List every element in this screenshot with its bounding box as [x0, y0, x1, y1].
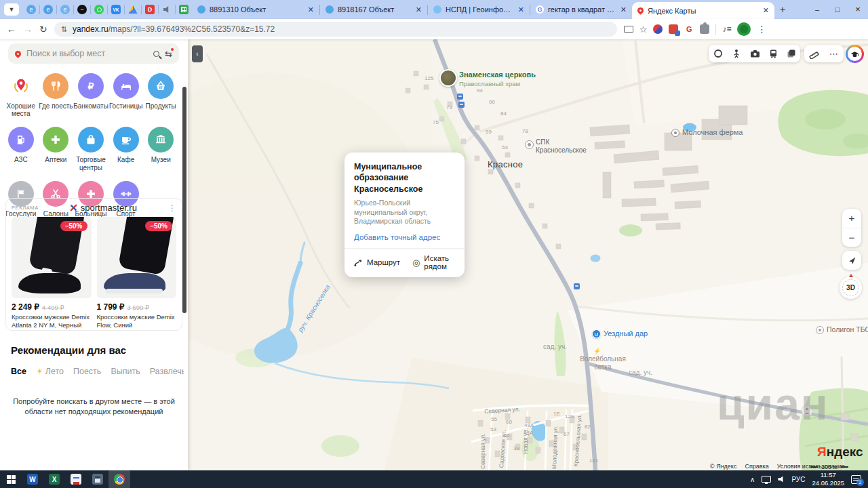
network-icon[interactable]: [762, 476, 771, 483]
poi-spk[interactable]: СПККрасносельское: [536, 138, 587, 154]
search-icon[interactable]: [153, 51, 159, 57]
forward-button[interactable]: →: [23, 24, 33, 35]
category-atm[interactable]: ₽ Банкоматы: [73, 73, 108, 117]
compass-3d-button[interactable]: 3D: [840, 277, 862, 299]
poi-uezdny-dar[interactable]: Уездный дар: [604, 329, 648, 338]
traffic-icon[interactable]: [713, 49, 723, 58]
notifications-icon[interactable]: 2: [851, 475, 861, 484]
tab-close-icon[interactable]: ✕: [518, 5, 524, 14]
volume-icon[interactable]: [778, 476, 785, 483]
filter-eat[interactable]: Поесть: [73, 367, 101, 376]
filter-drink[interactable]: Выпить: [111, 367, 140, 376]
spk-poi-icon[interactable]: [525, 140, 534, 149]
ad-product-2[interactable]: –50% 1 799 ₽3 599 ₽ Кроссовки мужские De…: [97, 217, 177, 329]
add-address-link[interactable]: Добавить точный адрес: [354, 233, 455, 241]
pinned-tab-whatsapp[interactable]: [91, 0, 107, 19]
tab-audio-icon[interactable]: [159, 0, 175, 19]
category-pharmacy[interactable]: Аптеки: [39, 127, 74, 171]
extension-icon-3[interactable]: G: [684, 24, 694, 34]
ad-card[interactable]: РЕКЛАМА sportmaster.ru ⋮ –50% 2 249 ₽4 4…: [5, 198, 182, 331]
tab-object-1[interactable]: 8891310 Объект ✕: [192, 0, 319, 19]
pinned-tab-browser-1[interactable]: e: [23, 0, 39, 19]
tab-nspd[interactable]: НСПД | Геоинформационный ✕: [428, 0, 530, 19]
map-canvas[interactable]: Знаменская церковь Православный храм СПК…: [188, 39, 868, 470]
ad-site-link[interactable]: sportmaster.ru: [39, 203, 168, 213]
minimize-button[interactable]: –: [807, 0, 827, 19]
route-button[interactable]: Маршрут: [354, 258, 400, 267]
uezdny-poi-icon[interactable]: [592, 329, 601, 338]
sidebar-collapse-button[interactable]: ‹: [192, 45, 203, 62]
tab-yandex-maps-active[interactable]: Яндекс Карты ✕: [632, 2, 774, 19]
category-gas[interactable]: АЗС: [3, 127, 39, 171]
ad-menu-icon[interactable]: ⋮: [168, 203, 176, 213]
photos-icon[interactable]: [750, 49, 760, 58]
back-button[interactable]: ←: [7, 24, 16, 35]
my-location-button[interactable]: [842, 251, 861, 270]
sidebar-scrollbar[interactable]: [182, 87, 186, 313]
media-controls-icon[interactable]: ♪≡: [722, 24, 731, 34]
tab-close-icon[interactable]: ✕: [620, 5, 627, 14]
extension-icon-1[interactable]: [653, 24, 663, 34]
taskbar-calculator-icon[interactable]: [87, 470, 108, 488]
extensions-puzzle-icon[interactable]: [700, 24, 709, 34]
reload-button[interactable]: ↻: [39, 24, 47, 35]
category-food[interactable]: Где поесть: [39, 73, 74, 117]
tab-close-icon[interactable]: ✕: [763, 6, 769, 15]
bus-stop-icon[interactable]: [457, 94, 463, 100]
zoom-in-button[interactable]: +: [842, 209, 861, 228]
tray-expand-icon[interactable]: ∧: [750, 476, 755, 483]
search-input[interactable]: Поиск и выбор мест ⇆: [8, 43, 179, 64]
pinned-tab-google-drive[interactable]: [125, 0, 141, 19]
taskbar-excel-icon[interactable]: X: [43, 470, 65, 488]
browser-menu-icon[interactable]: ⋮: [757, 24, 766, 35]
pinned-tab-browser-3[interactable]: e: [57, 0, 73, 19]
address-bar[interactable]: ⇅ yandex.ru/maps/?ll=39.676493%2C56.5235…: [54, 22, 617, 37]
tab-close-icon[interactable]: ✕: [308, 5, 314, 14]
close-button[interactable]: ×: [848, 0, 868, 19]
language-indicator[interactable]: РУС: [791, 476, 805, 483]
taskbar-app-icon[interactable]: [65, 470, 87, 488]
bookmark-star-icon[interactable]: ☆: [639, 24, 648, 35]
poi-church-title[interactable]: Знаменская церковь: [459, 70, 536, 79]
tab-google-search[interactable]: G гектар в квадрат метр - Поиск ✕: [530, 0, 632, 19]
taskbar-word-icon[interactable]: W: [22, 470, 43, 488]
filter-fun[interactable]: Развлечься: [150, 367, 184, 376]
church-photo-icon[interactable]: [439, 69, 457, 87]
poligon-poi-icon[interactable]: [816, 326, 824, 334]
category-malls[interactable]: Торговые центры: [73, 127, 108, 171]
pinned-tab-sheets[interactable]: [176, 0, 192, 19]
category-cafe[interactable]: Кафе: [108, 127, 144, 171]
pinned-tab-red-d[interactable]: D: [142, 0, 158, 19]
category-good-places[interactable]: Хорошие места: [3, 73, 39, 117]
help-link[interactable]: Справка: [745, 463, 768, 470]
panoramas-icon[interactable]: [732, 49, 741, 58]
filter-summer[interactable]: ☀Лето: [36, 367, 64, 376]
bus-stop-icon[interactable]: [458, 102, 465, 108]
start-button[interactable]: [0, 470, 22, 488]
pinned-tab-browser-2[interactable]: e: [40, 0, 56, 19]
site-settings-icon[interactable]: ⇅: [61, 25, 67, 34]
pinned-tab-dark-app[interactable]: ⌣: [74, 0, 90, 19]
routes-icon[interactable]: ⇆: [165, 49, 172, 59]
extension-icon-2[interactable]: [669, 24, 678, 34]
ad-product-1[interactable]: –50% 2 249 ₽4 499 ₽ Кроссовки мужские De…: [12, 217, 92, 329]
new-tab-button[interactable]: +: [774, 4, 791, 15]
poi-farm[interactable]: Молочная ферма: [682, 128, 743, 136]
tab-object-2[interactable]: 8918167 Объект ✕: [320, 0, 427, 19]
tab-list-chevron-icon[interactable]: ▼: [4, 3, 19, 16]
bus-stop-icon[interactable]: [574, 283, 580, 289]
user-profile-button[interactable]: [846, 45, 864, 63]
farm-poi-icon[interactable]: [671, 129, 679, 137]
clock[interactable]: 11:57 24.06.2025: [812, 471, 844, 487]
profile-avatar[interactable]: [737, 22, 751, 36]
transport-icon[interactable]: [769, 49, 778, 58]
maximize-button[interactable]: □: [827, 0, 848, 19]
category-museums[interactable]: Музеи: [143, 127, 178, 171]
ruler-icon[interactable]: [809, 49, 819, 59]
cast-screen-icon[interactable]: [624, 26, 633, 33]
filter-all[interactable]: Все: [11, 367, 26, 376]
pinned-tab-vk[interactable]: VK: [108, 0, 124, 19]
category-grocery[interactable]: Продукты: [143, 73, 178, 117]
search-nearby-button[interactable]: ◎ Искать рядом: [412, 254, 455, 270]
zoom-out-button[interactable]: −: [842, 228, 861, 247]
